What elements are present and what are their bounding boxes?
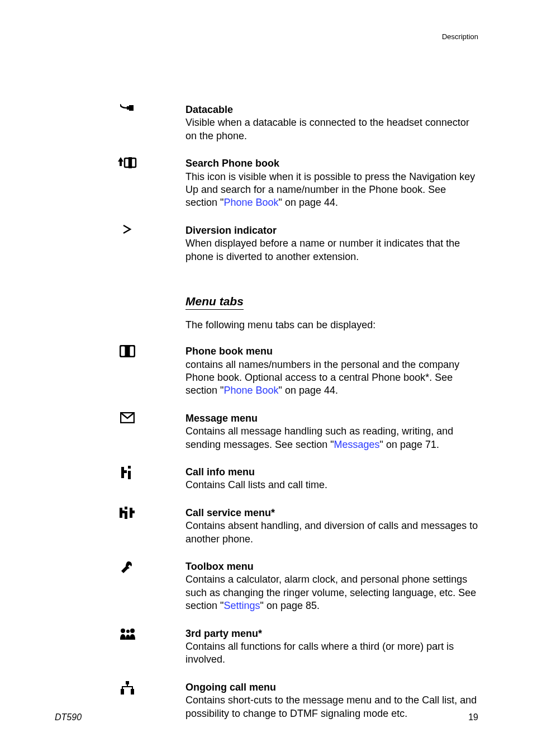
item-text: Contains all message handling such as re… — [185, 425, 480, 451]
item-title: Diversion indicator — [185, 224, 480, 237]
svg-rect-27 — [122, 686, 123, 690]
toolbox-menu-icon — [116, 560, 139, 576]
item-text: This icon is visible when it is possible… — [185, 171, 480, 210]
svg-rect-28 — [132, 686, 133, 690]
svg-rect-26 — [122, 686, 133, 687]
text-after: " on page 85. — [260, 600, 319, 611]
datacable-icon — [116, 103, 139, 119]
header-section-label: Description — [442, 32, 478, 41]
item-text: When displayed before a name or number i… — [185, 237, 480, 263]
item-title: Search Phone book — [185, 157, 480, 170]
svg-rect-5 — [120, 346, 126, 357]
item-title: Ongoing call menu — [185, 681, 480, 694]
item-text: Contains absent handling, and diversion … — [185, 519, 480, 546]
item-text: Contains a calculator, alarm clock, and … — [185, 573, 480, 612]
link-messages[interactable]: Messages — [334, 439, 380, 450]
item-phonebook-menu: Phone book menu contains all names/numbe… — [145, 345, 480, 398]
svg-rect-16 — [125, 511, 127, 519]
svg-rect-18 — [131, 511, 135, 513]
footer-model: DT590 — [55, 712, 82, 722]
item-ongoing-call-menu: Ongoing call menu Contains short-cuts to… — [145, 681, 480, 720]
third-party-menu-icon — [116, 627, 139, 643]
svg-point-20 — [126, 630, 130, 633]
diversion-indicator-icon — [116, 224, 139, 240]
message-menu-icon — [116, 412, 139, 428]
svg-rect-3 — [131, 158, 136, 167]
item-text: Contains short-cuts to the message menu … — [185, 694, 480, 720]
link-settings[interactable]: Settings — [223, 600, 260, 611]
call-service-menu-icon — [116, 507, 139, 522]
svg-rect-4 — [129, 157, 132, 168]
svg-rect-11 — [128, 466, 131, 469]
svg-rect-12 — [128, 471, 131, 479]
footer-page-number: 19 — [468, 712, 478, 722]
svg-rect-15 — [125, 507, 127, 509]
item-toolbox-menu: Toolbox menu Contains a calculator, alar… — [145, 560, 480, 613]
svg-point-19 — [121, 629, 125, 633]
item-title: Toolbox menu — [185, 560, 480, 573]
item-title: Call info menu — [185, 466, 480, 479]
item-text: Visible when a datacable is connected to… — [185, 116, 480, 143]
item-call-service-menu: Call service menu* Contains absent handl… — [145, 507, 480, 546]
phonebook-menu-icon — [116, 345, 139, 361]
item-title: Phone book menu — [185, 345, 480, 358]
menu-tabs-preamble: The following menu tabs can be displayed… — [185, 319, 480, 332]
item-message-menu: Message menu Contains all message handli… — [145, 412, 480, 451]
svg-point-21 — [130, 629, 135, 633]
item-title: Datacable — [185, 103, 480, 116]
item-search-phonebook: Search Phone book This icon is visible w… — [145, 157, 480, 210]
svg-rect-0 — [129, 105, 134, 111]
text-after: " on page 71. — [380, 439, 439, 450]
link-phone-book[interactable]: Phone Book — [223, 385, 278, 396]
item-text: contains all names/numbers in the person… — [185, 358, 480, 398]
item-diversion: Diversion indicator When displayed befor… — [145, 224, 480, 263]
svg-rect-6 — [129, 346, 135, 357]
svg-rect-2 — [125, 158, 129, 167]
svg-rect-7 — [125, 345, 130, 357]
item-text: Contains all functions for calls where a… — [185, 640, 480, 667]
item-title: Call service menu* — [185, 507, 480, 519]
menu-tabs-heading: Menu tabs — [185, 295, 244, 310]
ongoing-call-menu-icon — [116, 681, 139, 697]
content-area: Datacable Visible when a datacable is co… — [145, 103, 480, 735]
text-after: " on page 44. — [279, 197, 338, 208]
search-phonebook-icon — [116, 157, 139, 173]
item-call-info-menu: Call info menu Contains Call lists and c… — [145, 466, 480, 492]
item-third-party-menu: 3rd party menu* Contains all functions f… — [145, 627, 480, 667]
item-title: Message menu — [185, 412, 480, 425]
item-text: Contains Call lists and call time. — [185, 479, 480, 492]
link-phone-book[interactable]: Phone Book — [223, 197, 278, 208]
call-info-menu-icon — [116, 466, 139, 481]
svg-rect-14 — [121, 511, 125, 513]
svg-rect-10 — [121, 470, 127, 473]
item-title: 3rd party menu* — [185, 627, 480, 640]
item-datacable: Datacable Visible when a datacable is co… — [145, 103, 480, 143]
svg-rect-1 — [127, 106, 129, 110]
text-after: " on page 44. — [279, 385, 338, 396]
